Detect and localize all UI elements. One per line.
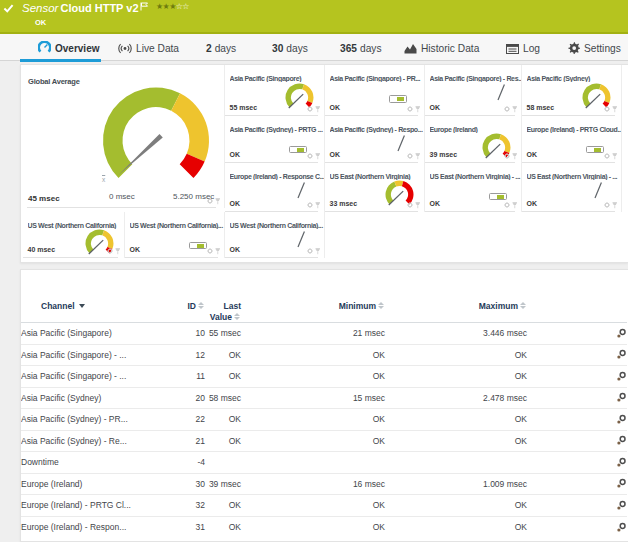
wrench-icon[interactable]: [616, 500, 627, 511]
pin-icon[interactable]: [415, 202, 421, 209]
channel-row[interactable]: Asia Pacific (Singapore) - ...12OKOKOK: [21, 344, 627, 366]
wrench-icon[interactable]: [616, 435, 627, 446]
pin-icon[interactable]: [215, 198, 221, 205]
panel-divider: [325, 211, 418, 212]
wrench-icon[interactable]: [616, 414, 627, 425]
wrench-icon[interactable]: [616, 349, 627, 360]
wrench-icon[interactable]: [616, 522, 627, 533]
column-header-minimum[interactable]: Minimum: [241, 270, 385, 323]
tab-2-days[interactable]: 2days: [198, 34, 244, 61]
pin-icon[interactable]: [512, 153, 518, 160]
cell-last-value: OK: [205, 366, 241, 388]
channel-panel-title: US East (Northern Virginia): [330, 173, 425, 180]
pin-icon[interactable]: [315, 153, 321, 160]
channel-row[interactable]: Asia Pacific (Sydney)2058 msec15 msec2.4…: [21, 387, 627, 409]
pin-icon[interactable]: [215, 248, 221, 255]
mini-gear-icon[interactable]: [407, 106, 413, 112]
sort-desc-icon: [79, 304, 85, 308]
mini-gear-icon[interactable]: [107, 248, 113, 254]
mini-gear-icon[interactable]: [207, 198, 213, 204]
wrench-icon[interactable]: [616, 392, 627, 403]
cell-settings: [527, 366, 627, 388]
priority-stars[interactable]: ★★★☆☆: [156, 2, 189, 11]
star-icon[interactable]: ★: [156, 2, 163, 11]
channel-row[interactable]: Asia Pacific (Sydney) - PR...22OKOKOK: [21, 409, 627, 431]
cell-id: 31: [166, 516, 205, 538]
sensor-title: Cloud HTTP v2: [61, 2, 139, 14]
channel-panel-title: Asia Pacific (Sydney): [527, 75, 622, 82]
pin-icon[interactable]: [512, 202, 518, 209]
mini-gear-icon[interactable]: [407, 202, 413, 208]
pin-icon[interactable]: [315, 202, 321, 209]
channel-row[interactable]: Asia Pacific (Sydney) - Re...21OKOKOK: [21, 430, 627, 452]
mini-gear-icon[interactable]: [307, 153, 313, 159]
channel-gauge-panel: Asia Pacific (Singapore)55 msec: [225, 65, 325, 116]
mini-gear-icon[interactable]: [407, 153, 413, 159]
mini-gear-icon[interactable]: [307, 106, 313, 112]
channel-gauge-panel: US East (Northern Virginia) - ...OK: [425, 163, 522, 212]
mini-gear-icon[interactable]: [504, 202, 510, 208]
channel-panel-value: 55 msec: [230, 104, 258, 111]
wrench-icon[interactable]: [616, 371, 627, 382]
channel-row[interactable]: Europe (Ireland) - PRTG Cl...32OKOKOK: [21, 495, 627, 517]
lookup-switch-indicator: [189, 242, 207, 250]
column-label: Last: [224, 301, 241, 311]
star-icon[interactable]: ★: [169, 2, 176, 11]
pin-icon[interactable]: [612, 153, 618, 160]
channel-row[interactable]: Asia Pacific (Singapore)1055 msec21 msec…: [21, 323, 627, 345]
pin-icon[interactable]: [415, 153, 421, 160]
cell-maximum: OK: [385, 409, 527, 431]
channel-panel-title: US West (Northern California): [28, 222, 125, 229]
channel-gauge-panel: Asia Pacific (Sydney)58 msec: [522, 65, 622, 116]
pin-icon[interactable]: [512, 106, 518, 113]
mini-gear-icon[interactable]: [604, 106, 610, 112]
channel-row[interactable]: Asia Pacific (Singapore) - ...11OKOKOK: [21, 366, 627, 388]
tab-overview[interactable]: Overview: [20, 34, 101, 61]
pin-icon[interactable]: [612, 202, 618, 209]
channel-row[interactable]: Europe (Ireland) - Respon...31OKOKOK: [21, 516, 627, 538]
cell-channel: Asia Pacific (Sydney): [21, 387, 166, 409]
panel-divider: [125, 257, 218, 258]
flag-icon[interactable]: [140, 2, 149, 11]
panel-corner-icons: [307, 106, 321, 113]
mini-gear-icon[interactable]: [604, 153, 610, 159]
column-header-maximum[interactable]: Maximum: [385, 270, 527, 323]
tab-365-days[interactable]: 365days: [332, 34, 390, 61]
channel-row[interactable]: Downtime-4: [21, 452, 627, 474]
cell-maximum: OK: [385, 430, 527, 452]
pin-icon[interactable]: [415, 106, 421, 113]
table-header-row: ChannelIDLastValueMinimumMaximum: [21, 270, 627, 323]
cell-channel: Asia Pacific (Singapore): [21, 323, 166, 345]
cell-id: 10: [166, 323, 205, 345]
channel-row[interactable]: Europe (Ireland)3039 msec16 msec1.009 ms…: [21, 473, 627, 495]
column-header-last-value[interactable]: LastValue: [205, 270, 241, 323]
pin-icon[interactable]: [315, 248, 321, 255]
column-header-channel[interactable]: Channel: [21, 270, 166, 323]
mini-gear-icon[interactable]: [307, 248, 313, 254]
wrench-icon[interactable]: [616, 478, 627, 489]
tab-log[interactable]: Log: [498, 34, 548, 61]
pin-icon[interactable]: [612, 106, 618, 113]
mini-gear-icon[interactable]: [504, 106, 510, 112]
lookup-switch-indicator: [389, 95, 407, 103]
panel-corner-icons: [107, 248, 121, 255]
sensor-kind-label: Sensor: [22, 2, 58, 14]
tab-settings[interactable]: Settings: [560, 34, 628, 61]
pin-icon[interactable]: [315, 106, 321, 113]
wrench-icon[interactable]: [616, 457, 627, 468]
tab-live-data[interactable]: Live Data: [110, 34, 187, 61]
star-icon[interactable]: ☆: [182, 2, 189, 11]
tab-30-days[interactable]: 30days: [264, 34, 316, 61]
mini-gear-icon[interactable]: [504, 153, 510, 159]
pin-icon[interactable]: [115, 248, 121, 255]
broadcast-icon: [118, 43, 132, 54]
wrench-icon[interactable]: [616, 328, 627, 339]
tab-historic-data[interactable]: Historic Data: [396, 34, 487, 61]
column-header-id[interactable]: ID: [166, 270, 205, 323]
mini-gear-icon[interactable]: [604, 202, 610, 208]
log-icon: [506, 44, 519, 54]
mini-gear-icon[interactable]: [207, 248, 213, 254]
mean-marker: x: [102, 176, 105, 183]
channel-panel-value: 33 msec: [330, 200, 358, 207]
mini-gear-icon[interactable]: [307, 202, 313, 208]
